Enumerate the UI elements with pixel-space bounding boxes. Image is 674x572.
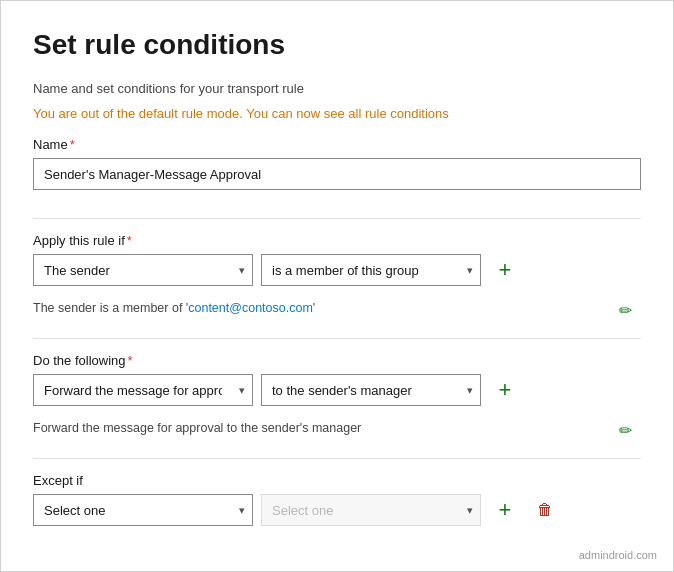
name-input[interactable]	[33, 158, 641, 190]
do-following-dropdown1-wrapper: Forward the message for approval Reject …	[33, 374, 253, 406]
do-following-info-text: Forward the message for approval to the …	[33, 421, 361, 435]
set-rule-conditions-card: Set rule conditions Name and set conditi…	[0, 0, 674, 572]
do-following-dropdown2-wrapper: to the sender's manager to a specific ap…	[261, 374, 481, 406]
edit-icon: ✏	[619, 301, 632, 320]
apply-rule-dropdown2[interactable]: is a member of this group is not a membe…	[261, 254, 481, 286]
divider-1	[33, 218, 641, 219]
do-following-info-row: Forward the message for approval to the …	[33, 414, 641, 446]
delete-icon: 🗑	[537, 501, 553, 519]
edit-icon-2: ✏	[619, 421, 632, 440]
apply-rule-row: The sender The recipient Any attachment …	[33, 254, 641, 286]
do-following-dropdown1[interactable]: Forward the message for approval Reject …	[33, 374, 253, 406]
do-following-dropdown2[interactable]: to the sender's manager to a specific ap…	[261, 374, 481, 406]
apply-rule-email-link[interactable]: content@contoso.com	[188, 301, 313, 315]
except-if-delete-button[interactable]: 🗑	[529, 494, 561, 526]
apply-rule-dropdown2-wrapper: is a member of this group is not a membe…	[261, 254, 481, 286]
apply-rule-dropdown1-wrapper: The sender The recipient Any attachment …	[33, 254, 253, 286]
except-if-add-button[interactable]: +	[489, 494, 521, 526]
except-if-row: Select one ▾ Select one ▾ + 🗑	[33, 494, 641, 526]
do-following-row: Forward the message for approval Reject …	[33, 374, 641, 406]
footer-brand: admindroid.com	[579, 549, 657, 561]
except-if-dropdown1[interactable]: Select one	[33, 494, 253, 526]
page-title: Set rule conditions	[33, 29, 641, 61]
warning-text: You are out of the default rule mode. Yo…	[33, 106, 641, 121]
do-following-label: Do the following*	[33, 353, 641, 368]
apply-rule-edit-button[interactable]: ✏	[609, 294, 641, 326]
apply-rule-info-row: The sender is a member of 'content@conto…	[33, 294, 641, 326]
name-field-label: Name*	[33, 137, 641, 152]
subtitle: Name and set conditions for your transpo…	[33, 81, 641, 96]
divider-3	[33, 458, 641, 459]
do-following-add-button[interactable]: +	[489, 374, 521, 406]
apply-rule-info-text: The sender is a member of 'content@conto…	[33, 301, 315, 315]
except-if-dropdown2[interactable]: Select one	[261, 494, 481, 526]
do-following-edit-button[interactable]: ✏	[609, 414, 641, 446]
except-if-dropdown2-wrapper: Select one ▾	[261, 494, 481, 526]
except-if-dropdown1-wrapper: Select one ▾	[33, 494, 253, 526]
except-if-label: Except if	[33, 473, 641, 488]
apply-rule-label: Apply this rule if*	[33, 233, 641, 248]
divider-2	[33, 338, 641, 339]
apply-rule-add-button[interactable]: +	[489, 254, 521, 286]
apply-rule-dropdown1[interactable]: The sender The recipient Any attachment	[33, 254, 253, 286]
